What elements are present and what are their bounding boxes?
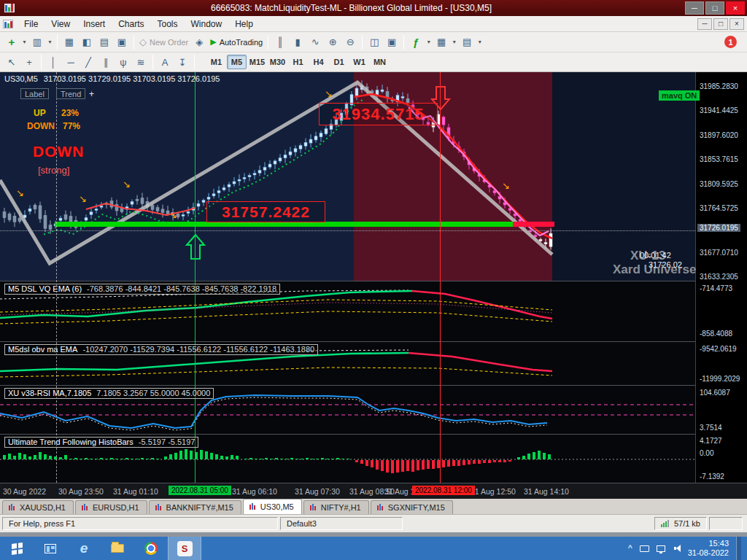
window-minimize-button[interactable]: ─ bbox=[685, 1, 704, 15]
templates-button[interactable]: ▤ bbox=[458, 34, 476, 50]
periods-button[interactable]: ▦ bbox=[433, 34, 450, 50]
crosshair-button[interactable]: + bbox=[20, 54, 38, 70]
tray-expand-button[interactable]: ^ bbox=[628, 543, 632, 553]
taskbar: e S ^ 15:43 31-08-2022 bbox=[0, 537, 747, 560]
timeframe-d1[interactable]: D1 bbox=[329, 55, 349, 69]
price-scale[interactable]: 31985.2830 31941.4425 31897.6020 31853.7… bbox=[695, 72, 747, 483]
ie-browser-button[interactable]: e bbox=[67, 537, 101, 560]
indicators-button[interactable]: ƒ bbox=[407, 34, 425, 50]
profiles-button[interactable]: ▥ bbox=[28, 34, 46, 50]
metaeditor-button[interactable]: ◈ bbox=[190, 34, 208, 50]
high-price-label[interactable]: 31934.5715 bbox=[319, 103, 438, 125]
arrows-tool-button[interactable]: ↧ bbox=[174, 54, 191, 70]
menu-view[interactable]: View bbox=[44, 17, 77, 31]
pitchfork-button[interactable]: ψ bbox=[115, 54, 132, 70]
window-close-button[interactable]: × bbox=[726, 1, 745, 15]
tile-windows-button[interactable]: ◫ bbox=[365, 34, 383, 50]
window-restore-button[interactable]: □ bbox=[705, 1, 724, 15]
indicators-dropdown[interactable]: ▾ bbox=[425, 34, 433, 50]
file-explorer-button[interactable] bbox=[101, 537, 134, 560]
price-scale-label: 31633.2305 bbox=[700, 273, 738, 281]
panel-separator[interactable] bbox=[0, 434, 747, 435]
chart-minimize-button[interactable]: ─ bbox=[697, 18, 712, 30]
timeframe-m15[interactable]: M15 bbox=[247, 55, 267, 69]
indicator-header-dsl-vq[interactable]: M5 DSL VQ EMA (6) -768.3876 -844.8421 -8… bbox=[4, 284, 280, 295]
candlestick-chart-button[interactable]: ▮ bbox=[289, 34, 306, 50]
tray-keyboard-icon[interactable] bbox=[640, 545, 649, 552]
indicator-header-histobars[interactable]: Ultimate Trend Following HistoBars -5.51… bbox=[4, 437, 198, 448]
dashed-vertical-marker bbox=[56, 72, 57, 483]
plus-chip-button[interactable]: + bbox=[89, 89, 94, 99]
market-watch-button[interactable]: ▦ bbox=[61, 34, 78, 50]
trend-chip-button[interactable]: Trend bbox=[56, 88, 85, 99]
chart-window-icon[interactable] bbox=[3, 20, 13, 28]
fibonacci-button[interactable]: ≋ bbox=[132, 54, 150, 70]
time-axis-label: 30 Aug 23:50 bbox=[58, 487, 104, 496]
terminal-button[interactable]: ▣ bbox=[113, 34, 131, 50]
bar-chart-button[interactable]: ║ bbox=[271, 34, 289, 50]
tile-windows-icon: ◫ bbox=[370, 36, 379, 47]
label-chip-button[interactable]: Label bbox=[20, 88, 49, 99]
timeframe-m1[interactable]: M1 bbox=[206, 55, 226, 69]
trendline-button[interactable]: ╱ bbox=[80, 54, 97, 70]
green-time-marker-line bbox=[195, 72, 196, 483]
panel-separator[interactable] bbox=[0, 281, 747, 281]
tray-network-icon[interactable] bbox=[657, 545, 665, 552]
trading-app-button[interactable]: S bbox=[168, 537, 201, 560]
menu-charts[interactable]: Charts bbox=[112, 17, 150, 31]
panel-separator[interactable] bbox=[0, 341, 747, 342]
panel-separator[interactable] bbox=[0, 385, 747, 386]
timeframe-m5[interactable]: M5 bbox=[227, 55, 247, 69]
notification-badge[interactable]: 1 bbox=[724, 36, 737, 48]
vertical-line-button[interactable]: │ bbox=[44, 54, 62, 70]
server-manager-button[interactable] bbox=[34, 537, 67, 560]
menu-help[interactable]: Help bbox=[228, 17, 260, 31]
chrome-button[interactable] bbox=[134, 537, 168, 560]
horizontal-line-button[interactable]: ─ bbox=[62, 54, 80, 70]
cursor-button[interactable]: ↖ bbox=[3, 54, 20, 70]
menu-insert[interactable]: Insert bbox=[77, 17, 112, 31]
new-chart-dropdown[interactable]: ▾ bbox=[20, 34, 28, 50]
indicator-values: 7.1805 3.2567 55.0000 45.0000 bbox=[96, 389, 210, 397]
chart-restore-button[interactable]: □ bbox=[713, 18, 728, 30]
periods-dropdown[interactable]: ▾ bbox=[450, 34, 458, 50]
start-button[interactable] bbox=[0, 537, 34, 560]
clock-time: 15:43 bbox=[688, 539, 729, 548]
show-desktop-button[interactable] bbox=[736, 537, 741, 560]
menu-window[interactable]: Window bbox=[185, 17, 229, 31]
channel-button[interactable]: ∥ bbox=[97, 54, 115, 70]
chart-tab-banknifty[interactable]: BANKNIFTY#,M15 bbox=[149, 500, 241, 514]
menu-file[interactable]: File bbox=[18, 17, 44, 31]
time-axis[interactable]: 30 Aug 2022 30 Aug 23:50 31 Aug 01:10 31… bbox=[0, 483, 747, 499]
chart-tab-xauusd[interactable]: XAUUSD,H1 bbox=[2, 500, 74, 514]
timeframe-m30[interactable]: M30 bbox=[268, 55, 287, 69]
timeframe-w1[interactable]: W1 bbox=[349, 55, 369, 69]
chart-close-button[interactable]: × bbox=[729, 18, 744, 30]
line-chart-button[interactable]: ∿ bbox=[306, 34, 324, 50]
chart-tab-sgxnifty[interactable]: SGXNIFTY,M15 bbox=[371, 500, 453, 514]
support-price-label[interactable]: 31757.2422 bbox=[206, 201, 325, 222]
data-window-button[interactable]: ◧ bbox=[78, 34, 96, 50]
new-order-button[interactable]: ◇ New Order bbox=[137, 34, 190, 50]
timeframe-h4[interactable]: H4 bbox=[309, 55, 328, 69]
profiles-dropdown[interactable]: ▾ bbox=[46, 34, 54, 50]
indicator-header-obv[interactable]: M5dsl obv ma EMA -10247.2070 -11529.7394… bbox=[4, 344, 318, 355]
trend-signal: DOWN bbox=[33, 143, 85, 160]
chart-tab-us30[interactable]: US30,M5 bbox=[243, 499, 302, 514]
timeframe-mn[interactable]: MN bbox=[370, 55, 390, 69]
chart-tab-nifty[interactable]: NIFTY#,H1 bbox=[303, 500, 369, 514]
chart-tab-eurusd[interactable]: EURUSD,H1 bbox=[75, 500, 147, 514]
cascade-windows-button[interactable]: ▣ bbox=[383, 34, 400, 50]
menu-tools[interactable]: Tools bbox=[151, 17, 185, 31]
autotrading-button[interactable]: ▶ AutoTrading bbox=[208, 34, 265, 50]
taskbar-clock[interactable]: 15:43 31-08-2022 bbox=[688, 539, 729, 558]
zoom-out-button[interactable]: ⊖ bbox=[341, 34, 359, 50]
navigator-button[interactable]: ▤ bbox=[96, 34, 113, 50]
templates-dropdown[interactable]: ▾ bbox=[476, 34, 484, 50]
new-chart-button[interactable]: + bbox=[3, 34, 20, 50]
timeframe-h1[interactable]: H1 bbox=[288, 55, 308, 69]
tray-volume-icon[interactable] bbox=[673, 545, 681, 552]
zoom-in-button[interactable]: ⊕ bbox=[324, 34, 341, 50]
text-tool-button[interactable]: A bbox=[156, 54, 174, 70]
indicator-header-rsi[interactable]: XU v38-RSI MA,7.1805 7.1805 3.2567 55.00… bbox=[4, 388, 214, 399]
